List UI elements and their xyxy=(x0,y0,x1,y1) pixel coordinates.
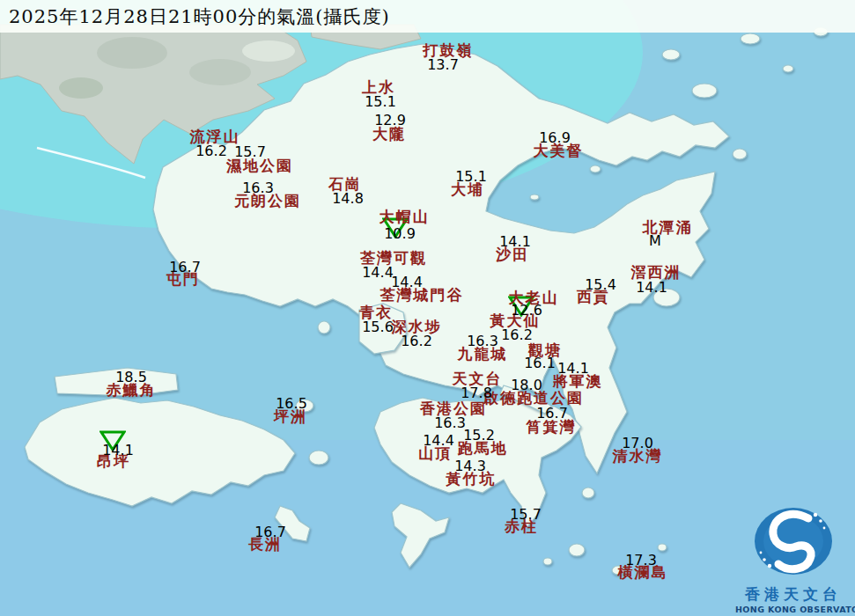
station-value: 14.4 xyxy=(423,432,454,449)
station-value: 18.5 xyxy=(115,369,147,385)
station-value: 14.1 xyxy=(499,233,531,250)
station-value: 17.0 xyxy=(622,435,653,451)
station-value: 15.2 xyxy=(463,427,495,444)
station-value: 14.8 xyxy=(332,190,364,207)
station-value: 14.4 xyxy=(362,264,394,281)
station-value: 15.1 xyxy=(455,168,487,185)
station-value: 14.1 xyxy=(102,442,134,458)
station-value: 15.7 xyxy=(234,143,266,160)
map-title: 2025年12月28日21時00分的氣溫(攝氏度) xyxy=(9,4,390,29)
station-value: 16.3 xyxy=(467,333,498,349)
hko-logo-chinese: 香港天文台 xyxy=(735,584,851,605)
station-value: 14.1 xyxy=(636,279,667,296)
title-bar: 2025年12月28日21時00分的氣溫(攝氏度) xyxy=(0,0,855,33)
temperature-map-screen: 2025年12月28日21時00分的氣溫(攝氏度) 13.7打鼓嶺15.1上水1… xyxy=(0,0,855,616)
station-label: 大帽山 xyxy=(380,207,430,227)
hko-logo-english: HONG KONG OBSERVATORY xyxy=(735,605,851,614)
station-value: 13.7 xyxy=(427,56,459,73)
station-value: 16.7 xyxy=(536,405,568,422)
station-value: 16.5 xyxy=(276,395,307,412)
station-value: 15.6 xyxy=(362,319,394,335)
hko-logo-icon xyxy=(745,502,842,580)
station-value: 14.3 xyxy=(454,458,486,474)
station-value: 14.1 xyxy=(557,360,589,377)
hko-logo: 香港天文台 HONG KONG OBSERVATORY xyxy=(735,502,851,614)
station-value: 15.4 xyxy=(585,276,616,293)
station-value: 16.2 xyxy=(501,326,533,343)
station-value: 17.3 xyxy=(625,552,657,568)
station-value: 16.1 xyxy=(524,355,556,371)
station-value: 16.9 xyxy=(539,129,571,146)
station-value: M xyxy=(649,232,661,249)
station-value: 10.9 xyxy=(384,225,416,242)
station-value: 12.6 xyxy=(511,302,542,319)
station-value: 16.2 xyxy=(401,333,432,349)
station-value: 12.9 xyxy=(374,112,406,128)
station-value: 15.7 xyxy=(510,506,542,523)
station-value: 14.4 xyxy=(391,274,423,290)
station-value: 16.7 xyxy=(254,524,286,540)
station-value: 16.2 xyxy=(195,143,227,159)
station-value: 15.1 xyxy=(365,93,396,110)
station-value: 16.7 xyxy=(169,259,201,275)
station-value: 18.0 xyxy=(511,377,542,393)
station-value: 16.3 xyxy=(242,180,274,196)
station-value: 17.8 xyxy=(461,385,492,401)
station-value: 16.3 xyxy=(434,414,466,431)
hong-kong-map xyxy=(0,0,855,616)
